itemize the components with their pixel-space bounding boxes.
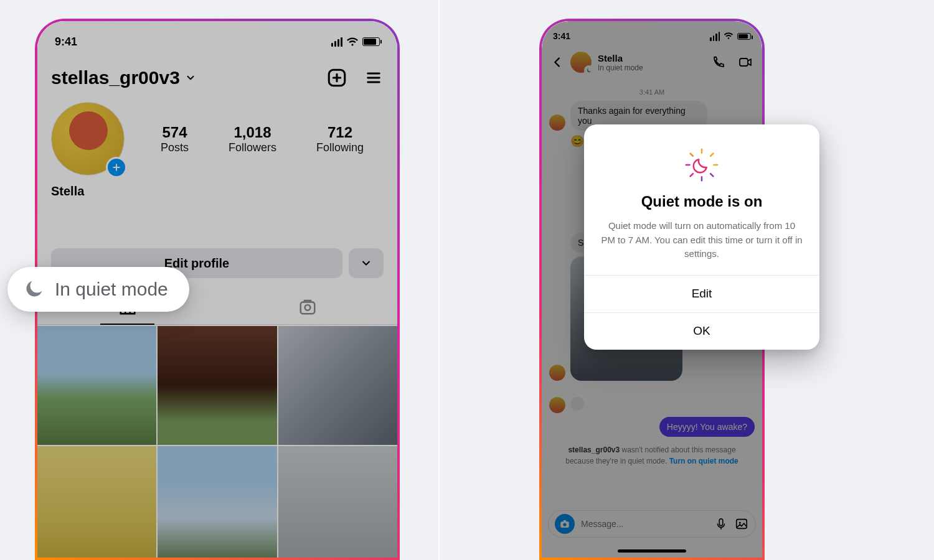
username: stellas_gr00v3 — [51, 67, 180, 88]
camera-icon — [559, 518, 570, 530]
modal-edit-label: Edit — [692, 287, 712, 301]
followers-count: 1,018 — [229, 124, 276, 141]
svg-point-6 — [563, 523, 566, 526]
voice-button[interactable] — [714, 517, 728, 531]
grid-item[interactable] — [37, 326, 156, 445]
display-name: Stella — [37, 175, 397, 198]
svg-rect-8 — [719, 519, 723, 526]
audio-call-button[interactable] — [711, 55, 726, 70]
following-label: Following — [316, 141, 364, 154]
followers-label: Followers — [229, 141, 276, 154]
phone-icon — [711, 55, 726, 70]
phone-frame-left: 9:41 stellas_gr00v3 — [35, 19, 400, 560]
vertical-divider — [438, 0, 440, 560]
image-icon — [734, 517, 749, 531]
timestamp: 3:41 AM — [549, 88, 755, 96]
mic-icon — [714, 517, 728, 531]
grid-item[interactable] — [278, 446, 397, 558]
sender-avatar[interactable] — [549, 365, 565, 381]
svg-line-16 — [710, 174, 713, 176]
moon-icon — [22, 278, 45, 301]
hamburger-icon — [364, 69, 384, 86]
quiet-mode-label: In quiet mode — [55, 279, 168, 300]
battery-icon — [362, 37, 380, 46]
notice-username: stellas_gr00v3 — [568, 446, 620, 454]
chat-title[interactable]: Stella In quiet mode — [598, 53, 643, 72]
compose-bar — [548, 510, 756, 538]
quiet-mode-notice: stellas_gr00v3 wasn't notified about thi… — [549, 441, 755, 470]
plus-icon — [111, 162, 121, 172]
posts-count: 574 — [161, 124, 189, 141]
svg-point-3 — [304, 305, 310, 310]
svg-line-15 — [691, 154, 693, 156]
message-input[interactable] — [581, 519, 708, 529]
avatar-moon-badge — [584, 65, 594, 75]
posts-stat[interactable]: 574 Posts — [161, 124, 189, 154]
tab-tagged[interactable] — [217, 289, 397, 324]
chevron-down-icon — [185, 72, 196, 83]
sender-avatar[interactable] — [549, 397, 565, 413]
gallery-button[interactable] — [734, 517, 749, 531]
posts-label: Posts — [161, 141, 189, 154]
modal-title: Quiet mode is on — [600, 193, 803, 210]
quiet-mode-pill: In quiet mode — [7, 267, 189, 312]
wifi-icon — [346, 37, 359, 47]
tagged-icon — [298, 297, 317, 316]
svg-line-17 — [691, 174, 693, 176]
quiet-mode-modal: Quiet mode is on Quiet mode will turn on… — [584, 124, 819, 350]
cellular-icon — [331, 37, 342, 47]
svg-rect-4 — [740, 58, 748, 66]
sender-avatar[interactable] — [549, 114, 565, 131]
following-stat[interactable]: 712 Following — [316, 124, 364, 154]
battery-icon — [737, 33, 751, 40]
chevron-down-icon — [360, 257, 372, 269]
chat-status: In quiet mode — [598, 63, 643, 72]
modal-description: Quiet mode will turn on automatically fr… — [600, 219, 803, 261]
incoming-message-partial[interactable] — [570, 397, 584, 411]
video-call-button[interactable] — [737, 55, 753, 70]
cellular-icon — [710, 32, 720, 41]
modal-icon — [600, 146, 803, 184]
grid-item[interactable] — [158, 326, 276, 445]
add-story-button[interactable] — [106, 157, 127, 178]
username-dropdown[interactable]: stellas_gr00v3 — [51, 67, 196, 88]
status-bar: 3:41 — [542, 21, 762, 46]
menu-button[interactable] — [364, 69, 384, 86]
video-icon — [737, 55, 753, 70]
profile-avatar[interactable] — [51, 102, 125, 175]
svg-point-10 — [739, 522, 741, 524]
following-count: 712 — [316, 124, 364, 141]
grid-item[interactable] — [158, 446, 276, 558]
status-time: 3:41 — [553, 31, 570, 41]
suggested-users-button[interactable] — [349, 248, 384, 278]
grid-item[interactable] — [278, 326, 397, 445]
svg-rect-9 — [737, 520, 747, 529]
moon-icon — [586, 67, 592, 73]
outgoing-message[interactable]: Heyyyy! You awake? — [659, 417, 755, 437]
home-indicator — [618, 549, 686, 553]
svg-rect-2 — [300, 302, 314, 314]
status-time: 9:41 — [55, 35, 77, 49]
quiet-mode-sun-moon-icon — [682, 146, 721, 184]
photo-grid — [37, 326, 397, 558]
modal-ok-label: OK — [693, 324, 710, 338]
followers-stat[interactable]: 1,018 Followers — [229, 124, 276, 154]
svg-rect-7 — [564, 520, 567, 522]
grid-item[interactable] — [37, 446, 156, 558]
camera-button[interactable] — [555, 514, 575, 534]
status-bar: 9:41 — [37, 21, 397, 56]
plus-square-icon — [326, 67, 347, 88]
chat-name: Stella — [598, 53, 643, 63]
modal-edit-button[interactable]: Edit — [584, 275, 819, 312]
modal-ok-button[interactable]: OK — [584, 312, 819, 350]
chat-avatar[interactable] — [570, 52, 592, 73]
turn-on-quiet-mode-link[interactable]: Turn on quiet mode — [669, 457, 738, 465]
wifi-icon — [724, 32, 734, 40]
create-button[interactable] — [326, 67, 347, 88]
chevron-left-icon — [550, 55, 564, 69]
svg-line-18 — [710, 154, 713, 156]
back-button[interactable] — [550, 55, 564, 69]
